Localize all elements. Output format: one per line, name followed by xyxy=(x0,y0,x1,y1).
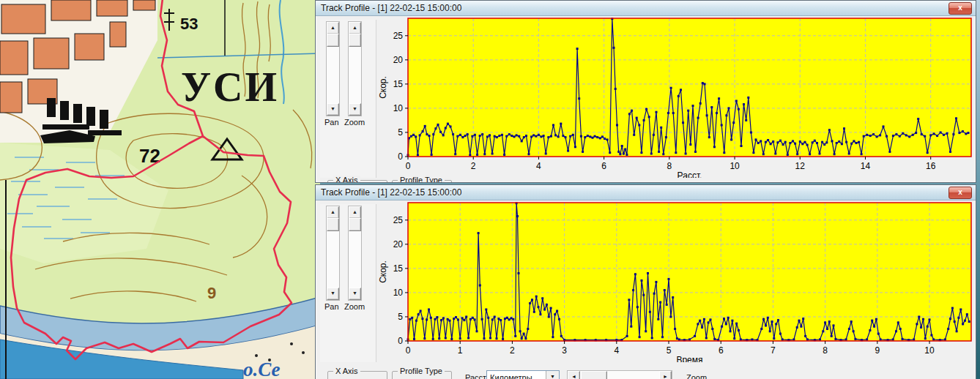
data-point xyxy=(949,151,951,153)
data-point xyxy=(705,337,708,339)
up-arrow-icon[interactable]: ▲ xyxy=(349,206,361,219)
down-arrow-icon[interactable]: ▼ xyxy=(327,288,339,300)
data-point xyxy=(869,135,872,137)
y-tick-label: 25 xyxy=(393,31,404,41)
data-point xyxy=(518,272,520,274)
down-arrow-icon[interactable]: ▼ xyxy=(327,103,339,116)
data-point xyxy=(502,338,504,340)
data-point xyxy=(831,335,833,337)
x-axis-title: Время xyxy=(676,355,702,362)
data-point xyxy=(836,142,838,144)
data-point xyxy=(514,335,516,337)
data-point xyxy=(541,135,543,138)
zoom-scrollbar-thumb[interactable] xyxy=(349,218,361,231)
pan-scrollbar[interactable]: ▲ ▼ xyxy=(326,21,340,116)
dropdown-arrow-icon[interactable]: ▼ xyxy=(546,371,559,379)
data-point xyxy=(613,47,615,49)
x-tick-label: 16 xyxy=(926,161,936,171)
data-point xyxy=(496,136,498,138)
data-point xyxy=(871,320,873,322)
map-viewport[interactable]: 53 УСИ 72 9 о.Се xyxy=(0,0,320,379)
data-point xyxy=(951,307,954,309)
zoom-scrollbar[interactable]: ▲ ▼ xyxy=(348,21,362,116)
data-point xyxy=(954,320,956,323)
data-point xyxy=(512,318,514,320)
data-point xyxy=(905,134,907,136)
down-arrow-icon[interactable]: ▼ xyxy=(349,103,361,116)
data-point xyxy=(424,125,426,127)
x-tick-label: 12 xyxy=(795,161,806,171)
data-point xyxy=(494,135,496,138)
data-point xyxy=(478,232,480,234)
data-point xyxy=(516,134,518,136)
data-point xyxy=(767,317,769,319)
left-arrow-icon[interactable]: ◄ xyxy=(568,371,580,379)
data-point xyxy=(467,133,469,135)
data-point xyxy=(895,330,897,332)
data-point xyxy=(584,136,586,138)
data-point xyxy=(642,294,645,296)
data-point xyxy=(651,337,653,339)
y-tick-label: 5 xyxy=(398,312,403,322)
zoom-hscrollbar[interactable]: ◄ ► xyxy=(567,370,672,379)
pan-scrollbar-thumb[interactable] xyxy=(327,34,339,47)
time-speed-chart[interactable]: 0510152025012345678910ВремяСкор. xyxy=(379,192,974,362)
x-tick-label: 0 xyxy=(406,345,411,356)
data-point xyxy=(682,121,684,124)
data-point xyxy=(823,143,825,146)
profile-type-group-label: Profile Type xyxy=(398,367,445,375)
data-point xyxy=(924,135,926,138)
data-point xyxy=(592,137,594,139)
data-point xyxy=(489,134,491,136)
right-arrow-icon[interactable]: ► xyxy=(659,371,672,379)
data-point xyxy=(638,124,640,127)
distance-speed-chart[interactable]: 05101520250246810121416Расст.Скор. xyxy=(379,8,974,178)
spot-height-72: 72 xyxy=(139,145,160,167)
data-point xyxy=(902,338,904,340)
up-arrow-icon[interactable]: ▲ xyxy=(349,22,361,34)
data-point xyxy=(774,153,776,155)
data-point xyxy=(672,112,675,114)
data-point xyxy=(538,134,540,136)
data-point xyxy=(728,107,730,109)
data-point xyxy=(415,135,417,138)
zoom-scrollbar-thumb[interactable] xyxy=(349,34,361,47)
data-point xyxy=(668,278,670,280)
data-point xyxy=(834,153,836,155)
data-point xyxy=(469,154,471,157)
data-point xyxy=(496,337,498,339)
data-point xyxy=(432,338,434,340)
x-tick-label: 10 xyxy=(924,345,935,356)
units-combobox[interactable]: Километры ▼ xyxy=(486,370,560,379)
data-point xyxy=(958,132,960,134)
data-point xyxy=(916,323,918,325)
x-axis-group-label: X Axis xyxy=(333,367,360,375)
data-point xyxy=(457,318,459,320)
data-point xyxy=(523,136,525,138)
pan-scrollbar-thumb[interactable] xyxy=(327,218,339,231)
data-point xyxy=(486,135,489,138)
pan-zoom-panel: ▲ ▼ ▲ ▼ Pan Zoom xyxy=(320,204,376,362)
data-point xyxy=(535,296,538,298)
data-point xyxy=(848,328,850,330)
map-canvas[interactable]: 53 УСИ 72 9 о.Се xyxy=(0,0,320,379)
zoom-hscrollbar-thumb[interactable] xyxy=(581,371,607,379)
data-point xyxy=(701,326,703,329)
data-point xyxy=(419,134,421,136)
up-arrow-icon[interactable]: ▲ xyxy=(327,22,339,34)
x-tick-label: 5 xyxy=(667,345,672,356)
x-tick-label: 8 xyxy=(823,345,828,356)
data-point xyxy=(962,130,964,132)
down-arrow-icon[interactable]: ▼ xyxy=(349,288,361,300)
data-point xyxy=(420,310,422,312)
data-point xyxy=(649,311,651,313)
y-tick-label: 15 xyxy=(393,263,404,274)
zoom-scrollbar[interactable]: ▲ ▼ xyxy=(348,206,362,301)
up-arrow-icon[interactable]: ▲ xyxy=(327,206,339,219)
zoom-label: Zoom xyxy=(344,302,365,311)
x-tick-label: 6 xyxy=(719,345,724,356)
data-point xyxy=(574,146,576,148)
pan-scrollbar[interactable]: ▲ ▼ xyxy=(326,206,340,301)
data-point xyxy=(497,318,500,320)
data-point xyxy=(631,110,633,112)
